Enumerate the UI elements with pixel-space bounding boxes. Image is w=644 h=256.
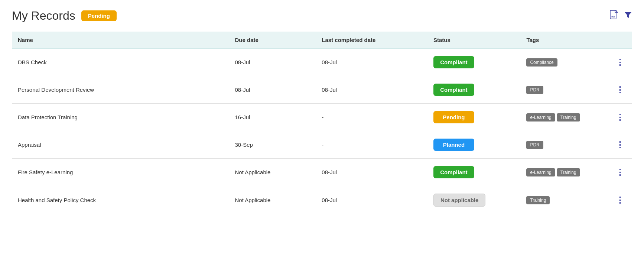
col-header-actions (607, 32, 632, 49)
row-actions-button[interactable]: ⋮ (614, 195, 626, 205)
cell-status: Pending (427, 104, 521, 131)
status-badge: Planned (433, 139, 474, 151)
cell-tags: PDR (520, 131, 607, 159)
header-row: My Records Pending PDF (12, 9, 632, 23)
cell-last-completed: 08-Jul (316, 76, 427, 104)
svg-text:PDF: PDF (611, 16, 615, 18)
cell-status: Compliant (427, 76, 521, 104)
tag-badge: PDR (526, 86, 543, 94)
cell-last-completed: - (316, 131, 427, 159)
cell-name: Appraisal (12, 131, 229, 159)
status-badge: Pending (433, 111, 474, 123)
records-table: Name Due date Last completed date Status… (12, 32, 632, 214)
header-left: My Records Pending (12, 9, 117, 23)
page-container: My Records Pending PDF Name (0, 0, 644, 223)
cell-actions: ⋮ (607, 159, 632, 186)
cell-last-completed: 08-Jul (316, 186, 427, 214)
cell-actions: ⋮ (607, 76, 632, 104)
table-row: DBS Check08-Jul08-JulCompliantCompliance… (12, 49, 632, 76)
table-row: Health and Safety Policy CheckNot Applic… (12, 186, 632, 214)
cell-name: Fire Safety e-Learning (12, 159, 229, 186)
tag-badge: Training (557, 113, 580, 121)
tag-badge: Compliance (526, 58, 557, 67)
cell-tags: e-LearningTraining (520, 159, 607, 186)
status-badge: Not applicable (433, 194, 486, 207)
table-row: Fire Safety e-LearningNot Applicable08-J… (12, 159, 632, 186)
cell-tags: Compliance (520, 49, 607, 76)
col-header-name: Name (12, 32, 229, 49)
cell-due-date: 30-Sep (229, 131, 316, 159)
cell-name: Data Protection Training (12, 104, 229, 131)
tag-badge: Training (526, 196, 550, 204)
cell-name: DBS Check (12, 49, 229, 76)
cell-last-completed: - (316, 104, 427, 131)
table-row: Personal Development Review08-Jul08-JulC… (12, 76, 632, 104)
col-header-last: Last completed date (316, 32, 427, 49)
cell-actions: ⋮ (607, 49, 632, 76)
col-header-due: Due date (229, 32, 316, 49)
row-actions-button[interactable]: ⋮ (614, 168, 626, 177)
status-badge: Compliant (433, 56, 474, 68)
status-badge: Compliant (433, 166, 474, 178)
tag-badge: e-Learning (526, 168, 555, 176)
cell-name: Personal Development Review (12, 76, 229, 104)
cell-last-completed: 08-Jul (316, 159, 427, 186)
cell-status: Planned (427, 131, 521, 159)
table-row: Appraisal30-Sep-PlannedPDR⋮ (12, 131, 632, 159)
cell-name: Health and Safety Policy Check (12, 186, 229, 214)
status-badge: Compliant (433, 84, 474, 96)
row-actions-button[interactable]: ⋮ (614, 140, 626, 150)
cell-status: Compliant (427, 159, 521, 186)
tag-badge: PDR (526, 141, 543, 149)
cell-tags: e-LearningTraining (520, 104, 607, 131)
cell-actions: ⋮ (607, 104, 632, 131)
cell-due-date: 16-Jul (229, 104, 316, 131)
cell-actions: ⋮ (607, 131, 632, 159)
tag-badge: e-Learning (526, 113, 555, 121)
col-header-status: Status (427, 32, 521, 49)
header-icons: PDF (610, 10, 632, 22)
pdf-export-icon[interactable]: PDF (610, 10, 618, 22)
cell-due-date: Not Applicable (229, 159, 316, 186)
table-header-row: Name Due date Last completed date Status… (12, 32, 632, 49)
table-row: Data Protection Training16-Jul-Pendinge-… (12, 104, 632, 131)
cell-actions: ⋮ (607, 186, 632, 214)
tag-badge: Training (557, 168, 580, 176)
page-title: My Records (12, 9, 75, 23)
cell-due-date: 08-Jul (229, 49, 316, 76)
cell-tags: PDR (520, 76, 607, 104)
row-actions-button[interactable]: ⋮ (614, 58, 626, 67)
cell-due-date: Not Applicable (229, 186, 316, 214)
row-actions-button[interactable]: ⋮ (614, 113, 626, 122)
col-header-tags: Tags (520, 32, 607, 49)
cell-status: Not applicable (427, 186, 521, 214)
filter-icon[interactable] (624, 11, 632, 21)
cell-status: Compliant (427, 49, 521, 76)
pending-badge: Pending (81, 10, 117, 21)
cell-due-date: 08-Jul (229, 76, 316, 104)
cell-tags: Training (520, 186, 607, 214)
row-actions-button[interactable]: ⋮ (614, 85, 626, 95)
cell-last-completed: 08-Jul (316, 49, 427, 76)
